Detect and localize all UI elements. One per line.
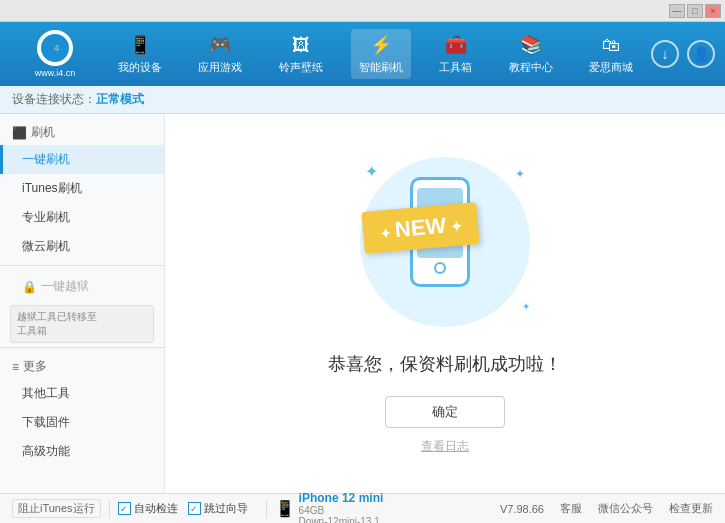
check-update-link[interactable]: 检查更新 (669, 501, 713, 516)
jailbreak-label: 一键越狱 (41, 278, 89, 295)
micro-flash-label: 微云刷机 (22, 239, 70, 253)
sidebar-section-more: ≡ 更多 其他工具 下载固件 高级功能 (0, 354, 164, 466)
itunes-stop-label: 阻止iTunes运行 (18, 501, 95, 516)
one-click-flash-label: 一键刷机 (22, 152, 70, 166)
shop-icon: 🛍 (599, 33, 623, 57)
logo-icon: i4 (41, 34, 69, 62)
maximize-button[interactable]: □ (687, 4, 703, 18)
sidebar-section-jailbreak: 🔒 一键越狱 越狱工具已转移至工具箱 (0, 272, 164, 343)
nav-items: 📱 我的设备 🎮 应用游戏 🖼 铃声壁纸 ⚡ 智能刷机 🧰 工具箱 📚 教程中心… (100, 29, 651, 79)
nav-ringtones-label: 铃声壁纸 (279, 60, 323, 75)
sidebar-jailbreak-header: 🔒 一键越狱 (0, 272, 164, 301)
success-message: 恭喜您，保资料刷机成功啦！ (328, 352, 562, 376)
checkbox-group: 自动检连 跳过向导 (118, 501, 248, 516)
customer-service-link[interactable]: 客服 (560, 501, 582, 516)
sidebar-more-header: ≡ 更多 (0, 354, 164, 379)
nav-right: ↓ 👤 (651, 40, 715, 68)
status-label: 设备连接状态： (12, 91, 96, 108)
download-firmware-label: 下载固件 (22, 415, 70, 429)
nav-tutorials-label: 教程中心 (509, 60, 553, 75)
nav-tutorials[interactable]: 📚 教程中心 (501, 29, 561, 79)
device-icon: 📱 (275, 499, 295, 518)
flash-icon: ⚡ (369, 33, 393, 57)
tutorial-icon: 📚 (519, 33, 543, 57)
auto-connect-box[interactable] (118, 502, 131, 515)
itunes-flash-label: iTunes刷机 (22, 181, 82, 195)
advanced-label: 高级功能 (22, 444, 70, 458)
sidebar-item-pro-flash[interactable]: 专业刷机 (0, 203, 164, 232)
flash-section-label: 刷机 (31, 124, 55, 141)
sparkle-3: ✦ (522, 301, 530, 312)
close-button[interactable]: × (705, 4, 721, 18)
logo-area: i4 www.i4.cn (10, 30, 100, 78)
nav-toolbox[interactable]: 🧰 工具箱 (431, 29, 480, 79)
daily-link[interactable]: 查看日志 (421, 438, 469, 455)
bottom-right: V7.98.66 客服 微信公众号 检查更新 (500, 501, 713, 516)
more-section-icon: ≡ (12, 360, 19, 374)
new-ribbon-text: NEW (361, 202, 479, 254)
sidebar-divider-1 (0, 265, 164, 266)
user-button[interactable]: 👤 (687, 40, 715, 68)
itunes-stop-button[interactable]: 阻止iTunes运行 (12, 499, 101, 518)
sidebar-flash-header: ⬛ 刷机 (0, 120, 164, 145)
content-area: ✦ ✦ ✦ NEW 恭喜您，保资料刷机成功啦！ 确定 查看日志 (165, 114, 725, 493)
nav-apps-games-label: 应用游戏 (198, 60, 242, 75)
guide-box[interactable] (188, 502, 201, 515)
success-illustration: ✦ ✦ ✦ NEW (345, 152, 545, 332)
nav-shop[interactable]: 🛍 爱思商城 (581, 29, 641, 79)
sidebar-item-micro-flash[interactable]: 微云刷机 (0, 232, 164, 261)
wallpaper-icon: 🖼 (289, 33, 313, 57)
sidebar-section-flash: ⬛ 刷机 一键刷机 iTunes刷机 专业刷机 微云刷机 (0, 120, 164, 261)
auto-connect-checkbox[interactable]: 自动检连 (118, 501, 178, 516)
guide-label: 跳过向导 (204, 501, 248, 516)
tools-icon: 🧰 (444, 33, 468, 57)
sparkle-1: ✦ (365, 162, 378, 181)
logo-circle: i4 (37, 30, 73, 66)
sidebar: ⬛ 刷机 一键刷机 iTunes刷机 专业刷机 微云刷机 🔒 一键越狱 (0, 114, 165, 493)
apps-icon: 🎮 (208, 33, 232, 57)
nav-my-device[interactable]: 📱 我的设备 (110, 29, 170, 79)
titlebar: — □ × (0, 0, 725, 22)
sidebar-item-download-firmware[interactable]: 下载固件 (0, 408, 164, 437)
sidebar-item-advanced[interactable]: 高级功能 (0, 437, 164, 466)
other-tools-label: 其他工具 (22, 386, 70, 400)
download-button[interactable]: ↓ (651, 40, 679, 68)
main: ⬛ 刷机 一键刷机 iTunes刷机 专业刷机 微云刷机 🔒 一键越狱 (0, 114, 725, 493)
guide-checkbox[interactable]: 跳过向导 (188, 501, 248, 516)
logo-text: www.i4.cn (35, 68, 76, 78)
statusbar: 设备连接状态： 正常模式 (0, 86, 725, 114)
auto-connect-label: 自动检连 (134, 501, 178, 516)
sidebar-item-other-tools[interactable]: 其他工具 (0, 379, 164, 408)
version-label: V7.98.66 (500, 503, 544, 515)
bottom-divider-2 (266, 500, 267, 518)
minimize-button[interactable]: — (669, 4, 685, 18)
nav-smart-flash[interactable]: ⚡ 智能刷机 (351, 29, 411, 79)
sidebar-item-itunes-flash[interactable]: iTunes刷机 (0, 174, 164, 203)
lock-icon: 🔒 (22, 280, 37, 294)
sidebar-jailbreak-warning: 越狱工具已转移至工具箱 (10, 305, 154, 343)
phone-home-button (434, 262, 446, 274)
sidebar-divider-2 (0, 347, 164, 348)
flash-section-icon: ⬛ (12, 126, 27, 140)
sidebar-item-one-click-flash[interactable]: 一键刷机 (0, 145, 164, 174)
sparkle-2: ✦ (515, 167, 525, 181)
wechat-link[interactable]: 微信公众号 (598, 501, 653, 516)
confirm-button[interactable]: 确定 (385, 396, 505, 428)
nav-smart-flash-label: 智能刷机 (359, 60, 403, 75)
device-storage: 64GB (299, 505, 384, 516)
nav-ringtones[interactable]: 🖼 铃声壁纸 (271, 29, 331, 79)
bottom-divider-1 (109, 500, 110, 518)
device-section: iPhone 12 mini 64GB Down-12mini-13,1 (299, 491, 384, 524)
pro-flash-label: 专业刷机 (22, 210, 70, 224)
phone-icon: 📱 (128, 33, 152, 57)
status-value: 正常模式 (96, 91, 144, 108)
bottom-left: 阻止iTunes运行 自动检连 跳过向导 📱 iPhone 12 mini 64… (12, 491, 383, 524)
more-section-label: 更多 (23, 358, 47, 375)
device-name: iPhone 12 mini (299, 491, 384, 505)
new-badge: NEW (363, 207, 478, 249)
header: i4 www.i4.cn 📱 我的设备 🎮 应用游戏 🖼 铃声壁纸 ⚡ 智能刷机… (0, 22, 725, 86)
nav-apps-games[interactable]: 🎮 应用游戏 (190, 29, 250, 79)
device-model: Down-12mini-13,1 (299, 516, 384, 524)
bottombar: 阻止iTunes运行 自动检连 跳过向导 📱 iPhone 12 mini 64… (0, 493, 725, 523)
nav-toolbox-label: 工具箱 (439, 60, 472, 75)
